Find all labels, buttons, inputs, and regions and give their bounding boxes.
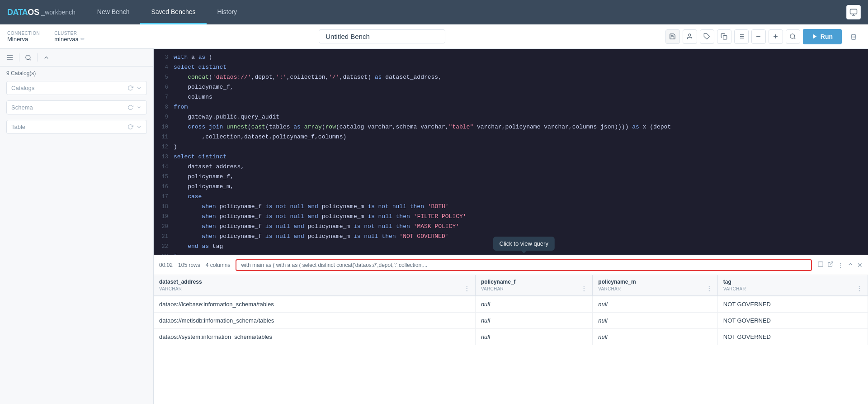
divider2: [37, 53, 38, 62]
code-lines: 3 with a as ( 4 select distinct 5 concat…: [154, 49, 868, 255]
code-line: 8 from: [154, 102, 868, 112]
top-nav: DATA OS _workbench New Bench Saved Bench…: [0, 0, 868, 24]
results-tbody: dataos://icebase:information_schema/tabl…: [154, 296, 868, 345]
results-area: 00:02 105 rows 4 columns Click to view q…: [154, 255, 868, 404]
results-table: dataset_address VARCHAR ⋮ policyname_f V…: [154, 275, 868, 345]
results-columns: 4 columns: [206, 262, 231, 268]
table-row: dataos://metisdb:information_schema/tabl…: [154, 313, 868, 329]
list-button[interactable]: [734, 29, 749, 44]
run-button[interactable]: Run: [803, 29, 842, 44]
schema-dropdown[interactable]: Schema: [6, 100, 147, 114]
svg-line-24: [830, 262, 833, 265]
divider: [19, 53, 19, 62]
table-cell-policyname_m: null: [593, 313, 717, 329]
code-line: 6 policyname_f,: [154, 82, 868, 92]
svg-point-15: [790, 34, 795, 38]
code-line: 7 columns: [154, 92, 868, 102]
edit-icon[interactable]: ✏: [80, 36, 85, 42]
col-header-policyname-f: policyname_f VARCHAR ⋮: [475, 275, 592, 296]
nav-user-icon[interactable]: [846, 5, 861, 19]
results-actions: ⋮ ✕: [817, 261, 863, 269]
table-cell-tag: NOT GOVERNED: [717, 296, 868, 313]
col-menu-policyname-m[interactable]: ⋮: [706, 285, 712, 292]
table-cell-policyname_f: null: [475, 313, 592, 329]
connection-info: Connection Minerva: [7, 31, 40, 43]
minus-button[interactable]: [751, 29, 766, 44]
connection-label: Connection: [7, 31, 40, 36]
save-button[interactable]: [665, 29, 680, 44]
sidebar: 9 Catalog(s) Catalogs Schema Table: [0, 49, 154, 404]
svg-rect-23: [818, 262, 823, 267]
code-line: 16 policyname_m,: [154, 182, 868, 192]
expand-icon[interactable]: [817, 261, 824, 269]
code-line: 19 when policyname_f is not null and pol…: [154, 212, 868, 222]
collapse-up-icon[interactable]: [847, 261, 854, 269]
editor-area: 3 with a as ( 4 select distinct 5 concat…: [154, 49, 868, 404]
table-cell-policyname_m: null: [593, 296, 717, 313]
col-menu-tag[interactable]: ⋮: [856, 285, 862, 292]
code-line: 17 case: [154, 192, 868, 202]
table-cell-policyname_f: null: [475, 329, 592, 345]
plus-button[interactable]: [769, 29, 783, 44]
code-line: 3 with a as (: [154, 52, 868, 62]
delete-button[interactable]: [846, 29, 861, 44]
bench-title-area: [99, 29, 665, 43]
results-rows: 105 rows: [178, 262, 200, 268]
tag-button[interactable]: [700, 29, 714, 44]
code-line: 4 select distinct: [154, 62, 868, 72]
toolbar-actions: Run: [665, 29, 861, 44]
table-dropdown[interactable]: Table: [6, 120, 147, 134]
user-button[interactable]: [683, 29, 697, 44]
svg-rect-0: [850, 9, 857, 14]
sub-header: Connection Minerva Cluster minervaa ✏: [0, 24, 868, 49]
table-label: Table: [11, 124, 25, 130]
nav-saved-benches[interactable]: Saved Benches: [140, 0, 206, 24]
catalogs-icons: [127, 85, 142, 91]
logo-os: OS: [28, 8, 39, 17]
external-link-icon[interactable]: [827, 261, 834, 269]
copy-button[interactable]: [717, 29, 731, 44]
close-results-icon[interactable]: ✕: [857, 261, 863, 269]
sidebar-search-icon[interactable]: [25, 54, 32, 61]
cluster-value: minervaa ✏: [54, 36, 84, 43]
bench-title-input[interactable]: [319, 29, 445, 43]
code-line: 5 concat('dataos://',depot,':',collectio…: [154, 72, 868, 82]
col-menu-policyname-f[interactable]: ⋮: [581, 285, 587, 292]
table-cell-dataset_address: dataos://metisdb:information_schema/tabl…: [154, 313, 475, 329]
code-line: 15 policyname_f,: [154, 172, 868, 182]
table-cell-dataset_address: dataos://icebase:information_schema/tabl…: [154, 296, 475, 313]
svg-marker-17: [813, 34, 816, 39]
code-line: 10 cross join unnest(cast(tables as arra…: [154, 122, 868, 132]
cluster-info: Cluster minervaa ✏: [54, 31, 84, 43]
more-options-icon[interactable]: ⋮: [837, 261, 844, 269]
table-cell-policyname_m: null: [593, 329, 717, 345]
svg-line-16: [794, 38, 796, 39]
catalog-count: 9 Catalog(s): [0, 67, 153, 78]
chevron-up-icon[interactable]: [43, 54, 50, 61]
col-menu-dataset-address[interactable]: ⋮: [464, 285, 470, 292]
nav-new-bench[interactable]: New Bench: [86, 0, 141, 24]
nav-history[interactable]: History: [207, 0, 248, 24]
results-thead: dataset_address VARCHAR ⋮ policyname_f V…: [154, 275, 868, 296]
catalogs-dropdown[interactable]: Catalogs: [6, 81, 147, 95]
table-row: dataos://system:information_schema/table…: [154, 329, 868, 345]
cluster-label: Cluster: [54, 31, 84, 36]
code-line: 13 select distinct: [154, 152, 868, 162]
code-editor[interactable]: 3 with a as ( 4 select distinct 5 concat…: [154, 49, 868, 255]
results-table-wrapper[interactable]: dataset_address VARCHAR ⋮ policyname_f V…: [154, 275, 868, 404]
col-header-tag: tag VARCHAR ⋮: [717, 275, 868, 296]
catalogs-label: Catalogs: [11, 85, 34, 91]
table-cell-policyname_f: null: [475, 296, 592, 313]
sidebar-toolbar: [0, 49, 153, 67]
hamburger-icon[interactable]: [6, 54, 14, 61]
logo-data: DATA: [7, 8, 28, 17]
col-header-dataset-address: dataset_address VARCHAR ⋮: [154, 275, 475, 296]
zoom-button[interactable]: [786, 29, 800, 44]
logo-workbench: _workbench: [41, 9, 75, 16]
table-cell-tag: NOT GOVERNED: [717, 329, 868, 345]
col-header-policyname-m: policyname_m VARCHAR ⋮: [593, 275, 717, 296]
table-cell-dataset_address: dataos://system:information_schema/table…: [154, 329, 475, 345]
query-preview-bar[interactable]: with main as ( with a as ( select distin…: [236, 259, 812, 271]
code-line: 12 ): [154, 142, 868, 152]
code-line: 18 when policyname_f is not null and pol…: [154, 202, 868, 212]
